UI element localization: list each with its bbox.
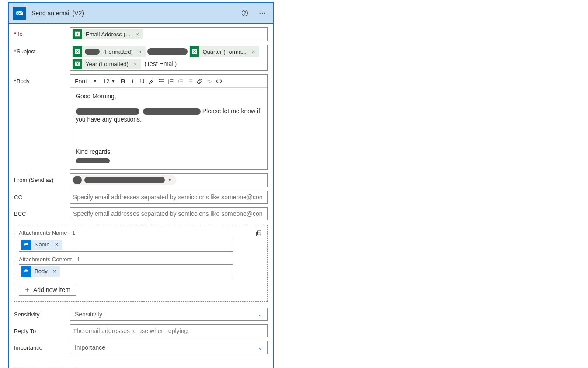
chip-remove-icon[interactable]: × — [134, 31, 141, 38]
chip-remove-icon[interactable]: × — [167, 177, 173, 183]
highlight-button[interactable] — [147, 76, 157, 86]
body-textarea[interactable]: Good Morning, Please let me know if you … — [70, 88, 267, 169]
svg-rect-21 — [170, 81, 173, 81]
svg-rect-29 — [189, 83, 192, 83]
indent-button[interactable] — [185, 76, 195, 86]
token-chip-quarter[interactable]: Quarter (Forma... × — [189, 46, 259, 57]
outlook-icon — [13, 7, 26, 20]
chevron-down-icon: ▼ — [93, 79, 97, 83]
svg-rect-30 — [257, 231, 261, 235]
svg-point-16 — [159, 83, 160, 83]
cc-label: CC — [14, 191, 70, 201]
cc-text-input[interactable] — [70, 192, 267, 202]
chevron-down-icon: ⌄ — [257, 311, 263, 318]
attachments-panel: Attachments Name - 1 Name × Attachments … — [14, 225, 268, 302]
excel-icon — [73, 59, 82, 69]
bcc-label: BCC — [14, 207, 70, 217]
onedrive-icon — [21, 266, 31, 277]
token-chip-formatted-1[interactable]: (Formatted) × — [72, 46, 146, 57]
bullet-list-button[interactable] — [157, 76, 166, 86]
body-label: Body — [14, 74, 70, 84]
italic-button[interactable]: I — [128, 76, 137, 86]
more-icon[interactable] — [256, 7, 268, 19]
attachments-content-input[interactable]: Body × — [19, 264, 233, 278]
underline-button[interactable]: U — [137, 76, 147, 86]
reply-to-input[interactable] — [70, 324, 268, 337]
redacted-text — [84, 177, 165, 183]
attachments-name-input[interactable]: Name × — [19, 238, 233, 252]
chip-remove-icon[interactable]: × — [51, 268, 58, 274]
token-chip-email-address[interactable]: Email Address (... × — [72, 29, 143, 39]
hide-advanced-options-link[interactable]: Hide advanced options ⌃ — [14, 366, 78, 368]
body-editor: Font▼ 12▼ B I U 123 — [70, 74, 268, 170]
from-label: From (Send as) — [14, 173, 70, 183]
help-icon[interactable] — [239, 7, 251, 19]
excel-icon — [73, 46, 82, 57]
svg-point-4 — [244, 14, 245, 15]
redacted-text — [85, 49, 100, 55]
redacted-text — [143, 108, 201, 115]
attachments-content-label: Attachments Content - 1 — [19, 256, 263, 263]
importance-label: Importance — [14, 341, 70, 351]
svg-point-12 — [159, 79, 160, 80]
cc-input[interactable] — [70, 191, 268, 204]
svg-rect-28 — [189, 81, 192, 81]
outdent-button[interactable] — [176, 76, 185, 86]
link-button[interactable] — [195, 76, 205, 86]
chip-label: Year (Formatted) — [85, 61, 129, 67]
excel-icon — [73, 29, 82, 39]
add-new-item-button[interactable]: Add new item — [19, 284, 76, 296]
reply-to-text-input[interactable] — [70, 326, 267, 336]
switch-to-array-icon[interactable] — [254, 229, 264, 238]
chip-label: Quarter (Forma... — [202, 49, 247, 55]
chip-remove-icon[interactable]: × — [136, 49, 143, 55]
subject-input[interactable]: (Formatted) × Quarter (Forma... × Year (… — [70, 45, 268, 71]
unlink-button[interactable] — [205, 76, 214, 86]
svg-rect-15 — [160, 81, 164, 81]
redacted-text — [147, 48, 188, 55]
from-input[interactable]: × — [70, 173, 268, 187]
svg-rect-13 — [160, 79, 164, 80]
editor-toolbar: Font▼ 12▼ B I U 123 — [70, 75, 267, 88]
token-chip-name[interactable]: Name × — [21, 240, 62, 250]
bold-button[interactable]: B — [118, 76, 128, 86]
token-chip-body[interactable]: Body × — [21, 266, 60, 277]
body-line: Good Morning, — [76, 92, 262, 101]
action-card-send-email: Send an email (V2) To Email Address (...… — [8, 2, 274, 368]
person-chip[interactable]: × — [72, 175, 176, 185]
font-size-picker[interactable]: 12▼ — [100, 75, 118, 87]
bcc-input[interactable] — [70, 207, 268, 220]
chip-remove-icon[interactable]: × — [250, 49, 257, 55]
code-view-button[interactable] — [214, 76, 224, 86]
attachments-name-label: Attachments Name - 1 — [19, 229, 263, 236]
svg-point-5 — [260, 12, 261, 13]
subject-label: Subject — [14, 45, 70, 55]
svg-rect-23 — [170, 83, 173, 83]
svg-rect-27 — [189, 79, 192, 80]
svg-rect-25 — [180, 81, 183, 81]
chip-remove-icon[interactable]: × — [132, 61, 139, 67]
importance-select[interactable]: Importance ⌄ — [70, 341, 268, 354]
svg-text:3: 3 — [168, 82, 170, 84]
redacted-signature — [76, 158, 110, 163]
svg-point-7 — [264, 12, 265, 13]
card-header: Send an email (V2) — [9, 3, 273, 24]
body-line: Please let me know if you have any quest… — [76, 107, 262, 124]
to-label: To — [14, 27, 70, 37]
sensitivity-select[interactable]: Sensitivity ⌄ — [70, 308, 268, 321]
chevron-down-icon: ⌄ — [257, 344, 263, 351]
subject-literal-text: (Test Email) — [143, 60, 178, 67]
svg-rect-26 — [180, 83, 183, 83]
bcc-text-input[interactable] — [70, 208, 267, 219]
sensitivity-label: Sensitivity — [14, 308, 70, 318]
number-list-button[interactable]: 123 — [166, 76, 176, 86]
chip-remove-icon[interactable]: × — [53, 241, 60, 248]
svg-rect-19 — [170, 79, 173, 80]
token-chip-year[interactable]: Year (Formatted) × — [72, 59, 141, 69]
font-picker[interactable]: Font▼ — [72, 75, 100, 87]
reply-to-label: Reply To — [14, 324, 70, 334]
excel-icon — [190, 46, 199, 57]
svg-rect-24 — [180, 79, 183, 80]
to-input[interactable]: Email Address (... × — [70, 27, 268, 41]
card-title: Send an email (V2) — [31, 10, 233, 17]
